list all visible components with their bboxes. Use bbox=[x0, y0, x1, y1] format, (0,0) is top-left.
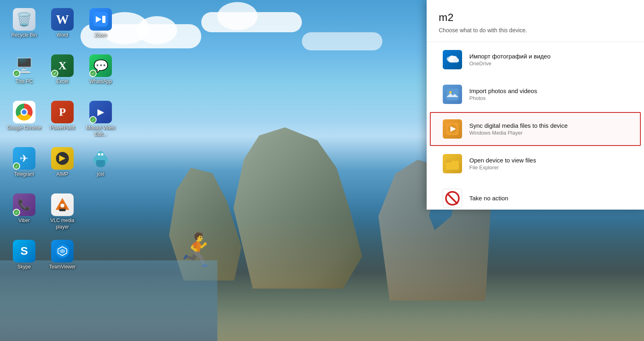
icon-label-whatsapp: WhatsApp bbox=[89, 79, 111, 85]
icon-label-viber: Viber bbox=[19, 218, 30, 224]
panel-header: m2 Choose what to do with this device. bbox=[427, 0, 644, 42]
panel-subtitle: Choose what to do with this device. bbox=[439, 27, 632, 33]
icon-label-word: Word bbox=[57, 32, 68, 39]
desktop-icon-grid: 🗑️ Recycle Bin W Word Zoom 🖥️ ✓ This PC … bbox=[0, 0, 125, 288]
svg-point-5 bbox=[97, 151, 105, 159]
icon-label-chrome: Google Chrome bbox=[7, 125, 41, 131]
wmp-subtitle: Windows Media Player bbox=[469, 130, 628, 136]
panel-items-list: Импорт фотографий и видео OneDrive Impor… bbox=[427, 42, 644, 210]
recycle-bin-icon: 🗑️ bbox=[13, 8, 35, 31]
icon-label-excel: Excel bbox=[56, 79, 68, 85]
svg-rect-10 bbox=[59, 209, 66, 211]
explorer-icon bbox=[443, 154, 462, 173]
icon-zoom[interactable]: Zoom bbox=[83, 6, 119, 50]
onedrive-text: Импорт фотографий и видео OneDrive bbox=[469, 53, 628, 67]
panel-item-explorer[interactable]: Open device to view files File Explorer bbox=[430, 147, 641, 181]
skype-icon: S bbox=[13, 240, 35, 262]
noaction-text: Take no action bbox=[469, 195, 628, 202]
icon-aimp[interactable]: AIMP bbox=[44, 145, 80, 189]
svg-point-11 bbox=[60, 204, 64, 208]
onedrive-icon bbox=[443, 50, 462, 69]
icon-label-thispc: This PC bbox=[16, 79, 33, 85]
svg-point-7 bbox=[101, 153, 103, 156]
icon-skype[interactable]: S Skype bbox=[6, 238, 42, 282]
onedrive-subtitle: OneDrive bbox=[469, 60, 628, 67]
icon-label-skype: Skype bbox=[17, 264, 31, 270]
icon-label-teamviewer: TeamViewer bbox=[49, 264, 76, 270]
panel-item-photos[interactable]: Import photos and videos Photos bbox=[430, 77, 641, 111]
icon-label-vlc: VLC media player bbox=[45, 218, 80, 230]
check-badge-excel: ✓ bbox=[51, 70, 58, 77]
svg-rect-13 bbox=[446, 88, 458, 100]
wmp-title: Sync digital media files to this device bbox=[469, 122, 628, 129]
photos-icon bbox=[443, 85, 462, 104]
joxi-icon bbox=[89, 147, 112, 170]
panel-item-noaction[interactable]: Take no action bbox=[430, 181, 641, 210]
icon-label-aimp: AIMP bbox=[56, 171, 68, 178]
icon-this-pc[interactable]: 🖥️ ✓ This PC bbox=[6, 52, 42, 97]
panel-item-onedrive[interactable]: Импорт фотографий и видео OneDrive bbox=[430, 43, 641, 77]
icon-label-telegram: Telegram bbox=[14, 171, 34, 178]
noaction-title: Take no action bbox=[469, 195, 628, 202]
wmp-text: Sync digital media files to this device … bbox=[469, 122, 628, 136]
explorer-title: Open device to view files bbox=[469, 157, 628, 164]
icon-teamviewer[interactable]: TeamViewer bbox=[44, 238, 80, 282]
icon-joxi[interactable]: joxi bbox=[83, 145, 119, 189]
excel-icon: X ✓ bbox=[51, 54, 74, 77]
icon-recycle-bin[interactable]: 🗑️ Recycle Bin bbox=[6, 6, 42, 50]
svg-point-6 bbox=[98, 153, 100, 156]
teamviewer-icon bbox=[51, 240, 74, 262]
zoom-icon bbox=[89, 8, 112, 31]
explorer-text: Open device to view files File Explorer bbox=[469, 157, 628, 170]
viber-icon: 📞 ✓ bbox=[13, 193, 35, 216]
svg-rect-2 bbox=[102, 16, 105, 23]
icon-vlc[interactable]: VLC media player bbox=[44, 191, 80, 236]
icon-viber[interactable]: 📞 ✓ Viber bbox=[6, 191, 42, 236]
onedrive-title: Импорт фотографий и видео bbox=[469, 53, 628, 60]
noaction-icon bbox=[443, 189, 462, 208]
cloud-3 bbox=[302, 32, 382, 50]
check-badge-whatsapp: ✓ bbox=[89, 70, 97, 77]
icon-word[interactable]: W Word bbox=[44, 6, 80, 50]
panel-device-name: m2 bbox=[439, 11, 632, 24]
icon-telegram[interactable]: ✈ ✓ Telegram bbox=[6, 145, 42, 189]
icon-label-zoom: Zoom bbox=[95, 32, 107, 39]
icon-label-joxi: joxi bbox=[97, 171, 104, 178]
icon-movavi[interactable]: ▶ ✓ Movavi Video Edit... bbox=[83, 99, 119, 143]
photos-title: Import photos and videos bbox=[469, 87, 628, 94]
cloud-2 bbox=[201, 12, 302, 32]
icon-whatsapp[interactable]: 💬 ✓ WhatsApp bbox=[83, 52, 119, 97]
photos-text: Import photos and videos Photos bbox=[469, 87, 628, 101]
icon-label-recycle-bin: Recycle Bin bbox=[11, 32, 37, 39]
explorer-subtitle: File Explorer bbox=[469, 164, 628, 170]
icon-chrome[interactable]: Google Chrome bbox=[6, 99, 42, 143]
check-badge-movavi: ✓ bbox=[89, 116, 97, 123]
aimp-icon bbox=[51, 147, 74, 170]
icon-excel[interactable]: X ✓ Excel bbox=[44, 52, 80, 97]
vlc-icon bbox=[51, 193, 74, 216]
whatsapp-icon: 💬 ✓ bbox=[89, 54, 112, 77]
svg-rect-21 bbox=[446, 159, 451, 162]
icon-powerpoint[interactable]: P PowerPoint bbox=[44, 99, 80, 143]
icon-label-powerpoint: PowerPoint bbox=[50, 125, 74, 131]
telegram-icon: ✈ ✓ bbox=[13, 147, 35, 170]
word-icon: W bbox=[51, 8, 74, 31]
chrome-icon bbox=[13, 101, 35, 123]
check-badge-viber: ✓ bbox=[13, 209, 20, 216]
check-badge-telegram: ✓ bbox=[13, 162, 20, 170]
movavi-icon: ▶ ✓ bbox=[89, 101, 112, 123]
panel-item-wmp[interactable]: Sync digital media files to this device … bbox=[430, 112, 641, 146]
photos-subtitle: Photos bbox=[469, 95, 628, 101]
autoplay-panel: m2 Choose what to do with this device. И… bbox=[427, 0, 644, 210]
wmp-icon bbox=[443, 119, 462, 139]
icon-label-movavi: Movavi Video Edit... bbox=[84, 125, 118, 137]
this-pc-icon: 🖥️ ✓ bbox=[13, 54, 35, 77]
powerpoint-icon: P bbox=[51, 101, 74, 123]
check-badge-thispc: ✓ bbox=[13, 70, 20, 77]
